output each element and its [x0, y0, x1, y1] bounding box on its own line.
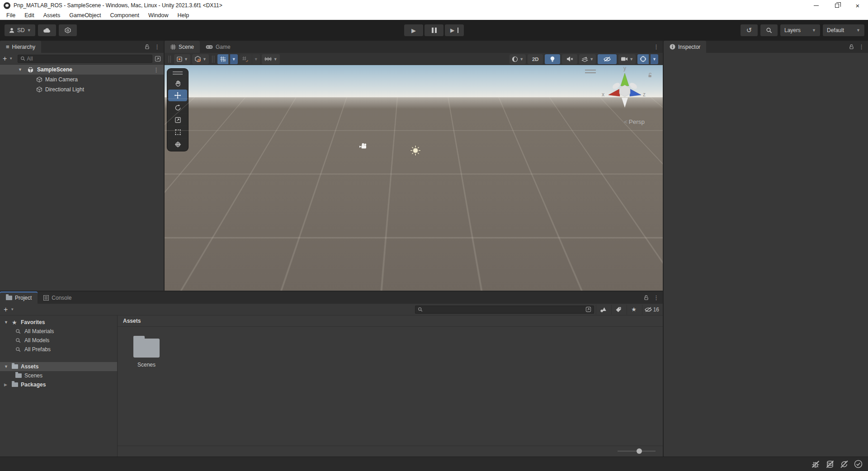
layout-dropdown[interactable]: Default ▼: [823, 24, 864, 36]
play-button[interactable]: ▶: [404, 24, 423, 36]
menu-edit[interactable]: Edit: [20, 12, 39, 19]
search-by-label-button[interactable]: [611, 305, 626, 315]
snap-increment-button[interactable]: ▼: [262, 54, 280, 64]
asset-grid-area[interactable]: Scenes: [118, 327, 663, 446]
create-asset-button[interactable]: +: [4, 306, 8, 313]
foldout-caret-icon[interactable]: ▼: [4, 364, 8, 369]
hand-tool-button[interactable]: [168, 77, 187, 89]
search-everything-button[interactable]: [760, 24, 778, 36]
favorites-filter-button[interactable]: ★: [627, 305, 641, 315]
menu-assets[interactable]: Assets: [39, 12, 65, 19]
toolbar-drag-handle[interactable]: [212, 56, 214, 63]
scene-lighting-toggle[interactable]: [545, 54, 560, 64]
favorites-all-materials[interactable]: All Materials: [0, 327, 117, 336]
project-search[interactable]: [415, 306, 594, 314]
favorites-all-prefabs[interactable]: All Prefabs: [0, 345, 117, 354]
assets-folder-row[interactable]: ▼ Assets: [0, 362, 117, 371]
project-search-input[interactable]: [424, 306, 584, 313]
tool-handle-rotation-button[interactable]: ▼: [192, 54, 209, 64]
picker-icon[interactable]: [155, 56, 161, 62]
favorites-all-models[interactable]: All Models: [0, 336, 117, 345]
rect-tool-button[interactable]: [168, 126, 187, 138]
close-button[interactable]: ×: [847, 0, 868, 11]
version-control-button[interactable]: [59, 24, 77, 36]
tab-inspector[interactable]: Inspector: [664, 41, 706, 53]
scale-tool-button[interactable]: [168, 113, 187, 126]
axis-x-label[interactable]: x: [602, 91, 604, 98]
scenes-folder-row[interactable]: Scenes: [0, 371, 117, 380]
panel-menu-icon[interactable]: ⋮: [859, 43, 864, 50]
cloud-services-button[interactable]: [38, 24, 56, 36]
tab-scene[interactable]: Scene: [165, 41, 200, 53]
panel-menu-icon[interactable]: ⋮: [653, 294, 659, 301]
packages-folder-row[interactable]: ▶ Packages: [0, 380, 117, 389]
lock-icon[interactable]: [643, 295, 649, 301]
debugger-disabled-icon[interactable]: [811, 460, 820, 468]
search-by-type-button[interactable]: [596, 305, 610, 315]
tab-hierarchy[interactable]: ≡ Hierarchy: [0, 41, 41, 53]
layers-dropdown[interactable]: Layers ▼: [780, 24, 820, 36]
account-button[interactable]: SD ▼: [5, 24, 35, 36]
lock-icon[interactable]: [849, 44, 854, 50]
foldout-caret-icon[interactable]: ▼: [18, 67, 22, 72]
minimize-button[interactable]: [806, 0, 826, 11]
tab-game[interactable]: Game: [200, 41, 236, 53]
axis-z-label[interactable]: z: [643, 91, 646, 98]
menu-file[interactable]: File: [2, 12, 20, 19]
scene-audio-toggle[interactable]: [562, 54, 577, 64]
toolbar-drag-handle[interactable]: [169, 56, 171, 63]
main-camera-gizmo[interactable]: [359, 143, 368, 149]
chevron-down-icon[interactable]: ▼: [10, 307, 14, 311]
projection-toggle[interactable]: < Persp: [624, 118, 645, 125]
hierarchy-search[interactable]: [18, 55, 152, 63]
menu-help[interactable]: Help: [173, 12, 193, 19]
scene-viewport[interactable]: y x z < Persp: [165, 65, 663, 291]
asset-tile-scenes[interactable]: Scenes: [127, 334, 165, 368]
hidden-packages-toggle[interactable]: 16: [642, 305, 661, 315]
add-object-button[interactable]: +: [3, 55, 7, 62]
grid-snapping-button[interactable]: ▼: [240, 54, 260, 64]
tool-handle-position-button[interactable]: ▼: [174, 54, 190, 64]
overlay-drag-handle[interactable]: [585, 70, 596, 73]
lock-icon[interactable]: [144, 44, 150, 50]
palette-drag-handle[interactable]: [173, 71, 183, 75]
slider-thumb[interactable]: [637, 448, 642, 454]
menu-window[interactable]: Window: [144, 12, 173, 19]
draw-mode-button[interactable]: ▼: [509, 54, 526, 64]
gizmos-button[interactable]: ▼: [637, 54, 658, 64]
hierarchy-search-input[interactable]: [27, 56, 150, 62]
panel-menu-icon[interactable]: ⋮: [154, 43, 160, 50]
2d-toggle-button[interactable]: 2D: [528, 54, 543, 64]
thumbnail-zoom-slider[interactable]: [618, 451, 656, 452]
undo-history-button[interactable]: ↺: [741, 24, 758, 36]
move-tool-button[interactable]: [168, 89, 187, 101]
foldout-caret-icon[interactable]: ▶: [4, 382, 7, 387]
restore-button[interactable]: [826, 0, 847, 11]
scene-menu-icon[interactable]: ⋮: [153, 66, 159, 73]
activity-ok-icon[interactable]: [854, 460, 863, 468]
picker-icon[interactable]: [585, 306, 591, 312]
panel-menu-icon[interactable]: ⋮: [653, 43, 659, 50]
favorites-section[interactable]: ▼ ★ Favorites: [0, 318, 117, 327]
foldout-caret-icon[interactable]: ▼: [4, 320, 8, 325]
chevron-down-icon[interactable]: ▼: [9, 57, 13, 61]
tab-console[interactable]: Console: [38, 292, 77, 304]
gizmo-lock-icon[interactable]: [647, 72, 653, 78]
auto-refresh-disabled-icon[interactable]: [840, 460, 849, 468]
rotate-tool-button[interactable]: [168, 101, 187, 113]
scene-visibility-toggle[interactable]: [598, 54, 617, 64]
hierarchy-row-main-camera[interactable]: Main Camera: [0, 75, 164, 85]
transform-tool-button[interactable]: [168, 138, 187, 150]
axis-y-label[interactable]: y: [623, 65, 626, 71]
hierarchy-row-scene[interactable]: ▼ SampleScene ⋮: [0, 65, 164, 75]
camera-overlay-button[interactable]: ▼: [618, 54, 636, 64]
grid-visibility-button[interactable]: Y ▼: [217, 54, 238, 64]
orientation-gizmo[interactable]: y x z: [602, 68, 647, 113]
menu-component[interactable]: Component: [105, 12, 144, 19]
hierarchy-row-directional-light[interactable]: Directional Light: [0, 85, 164, 94]
tab-project[interactable]: Project: [0, 292, 38, 304]
step-button[interactable]: ▶: [445, 24, 464, 36]
cache-server-disconnected-icon[interactable]: [826, 460, 835, 468]
pause-button[interactable]: [425, 24, 443, 36]
directional-light-gizmo[interactable]: [410, 145, 421, 156]
